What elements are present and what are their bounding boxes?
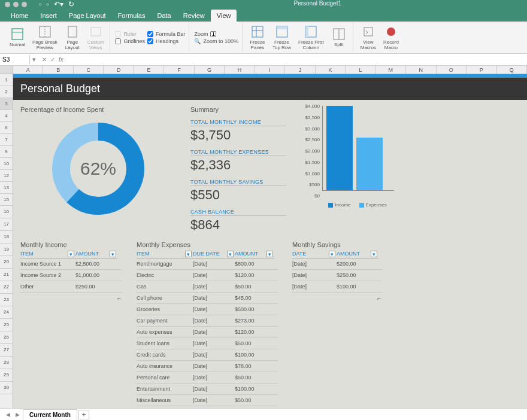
table-cell[interactable]: Other <box>20 281 75 292</box>
table-row[interactable]: Other$250.00 <box>20 281 122 293</box>
filter-dropdown-icon[interactable]: ▾ <box>227 251 234 257</box>
row-header[interactable]: 1 <box>0 74 13 86</box>
table-cell[interactable]: $120.00 <box>235 270 274 281</box>
row-header[interactable]: 17 <box>0 218 13 231</box>
table-row[interactable]: Gas[Date]$50.00 <box>137 281 278 293</box>
table-cell[interactable]: [Date] <box>193 304 235 315</box>
table-cell[interactable]: $50.00 <box>235 281 274 292</box>
table-cell[interactable]: $273.00 <box>235 315 274 326</box>
row-header[interactable]: 25 <box>0 319 13 331</box>
next-sheet-icon[interactable]: ▶ <box>13 412 22 418</box>
row-header[interactable]: 18 <box>0 231 13 244</box>
zoom-input[interactable] <box>210 31 216 37</box>
row-header[interactable]: 6 <box>0 122 13 134</box>
ribbon-tab-insert[interactable]: Insert <box>34 10 63 22</box>
sheet-tab-current[interactable]: Current Month <box>23 409 77 420</box>
column-header[interactable]: M <box>376 66 406 74</box>
column-header[interactable]: Q <box>497 66 527 74</box>
row-header[interactable]: 29 <box>0 369 13 382</box>
table-cell[interactable]: Rent/mortgage <box>137 258 193 269</box>
maximize-window[interactable] <box>22 2 27 7</box>
table-cell[interactable]: Personal care <box>137 372 193 383</box>
ribbon-tab-data[interactable]: Data <box>151 10 177 22</box>
row-header[interactable]: 20 <box>0 256 13 269</box>
table-cell[interactable]: [Date] <box>193 372 235 383</box>
table-cell[interactable]: $800.00 <box>235 258 274 269</box>
table-cell[interactable]: [Date] <box>193 361 235 372</box>
table-row[interactable]: Car payment[Date]$273.00 <box>137 315 278 327</box>
table-cell[interactable]: Gas <box>137 281 193 292</box>
table-header[interactable]: ITEM▾ <box>137 249 193 258</box>
sheet-content[interactable]: Personal Budget Percentage of Income Spe… <box>13 74 527 412</box>
row-header[interactable]: 28 <box>0 357 13 369</box>
close-window[interactable] <box>5 2 10 7</box>
row-header[interactable]: 26 <box>0 331 13 344</box>
row-header[interactable]: 10 <box>0 158 13 170</box>
table-cell[interactable]: Student loans <box>137 338 193 349</box>
table-cell[interactable]: $100.00 <box>337 281 378 292</box>
table-cell[interactable]: $500.00 <box>235 304 274 315</box>
column-header[interactable]: B <box>43 66 73 74</box>
table-row[interactable]: Auto expenses[Date]$120.00 <box>137 327 278 338</box>
table-row[interactable]: [Date]$100.00 <box>292 281 382 293</box>
table-cell[interactable]: $100.00 <box>235 349 274 360</box>
row-header[interactable]: 12 <box>0 170 13 182</box>
table-row[interactable]: [Date]$250.00 <box>292 270 382 281</box>
table-cell[interactable]: $2,500.00 <box>75 258 117 269</box>
table-cell[interactable]: Cell phone <box>137 293 193 303</box>
save-as-icon[interactable]: ▫ <box>46 0 49 8</box>
filter-dropdown-icon[interactable]: ▾ <box>68 251 74 257</box>
table-cell[interactable]: $50.00 <box>235 372 274 383</box>
table-cell[interactable]: Income Source 2 <box>20 270 75 281</box>
table-cell[interactable]: Entertainment <box>137 384 193 394</box>
headings-checkbox[interactable]: Headings <box>147 38 186 44</box>
column-header[interactable]: H <box>225 66 255 74</box>
filter-dropdown-icon[interactable]: ▾ <box>329 251 335 257</box>
row-header[interactable]: 7 <box>0 134 13 146</box>
redo-icon[interactable]: ↻ <box>68 0 74 8</box>
formula-bar-checkbox[interactable]: Formula Bar <box>147 31 186 37</box>
table-cell[interactable]: [Date] <box>193 395 235 406</box>
table-row[interactable]: Cell phone[Date]$45.00 <box>137 293 278 304</box>
freeze-top-row-button[interactable]: Freeze Top Row <box>270 23 293 52</box>
minimize-window[interactable] <box>13 2 19 7</box>
filter-dropdown-icon[interactable]: ▾ <box>185 251 192 257</box>
table-cell[interactable]: [Date] <box>193 384 235 394</box>
row-header[interactable]: 27 <box>0 344 13 357</box>
table-cell[interactable]: Miscellaneous <box>137 395 193 406</box>
table-cell[interactable]: [Date] <box>193 258 235 269</box>
select-all-corner[interactable] <box>0 66 13 74</box>
view-macros-button[interactable]: View Macros <box>358 23 378 52</box>
table-row[interactable]: Miscellaneous[Date]$50.00 <box>137 395 278 406</box>
prev-sheet-icon[interactable]: ◀ <box>4 412 12 418</box>
column-header[interactable]: P <box>467 66 496 74</box>
save-icon[interactable]: ▫ <box>39 0 41 8</box>
table-header[interactable]: DATE▾ <box>292 249 337 258</box>
custom-views-button[interactable]: Custom Views <box>85 23 107 52</box>
table-row[interactable]: Entertainment[Date]$100.00 <box>137 384 278 395</box>
row-header[interactable]: 3 <box>0 98 13 110</box>
row-header[interactable]: 30 <box>0 382 13 394</box>
name-box[interactable]: S3 <box>0 55 30 64</box>
row-header[interactable]: 24 <box>0 306 13 319</box>
column-header[interactable]: D <box>104 66 134 74</box>
table-row[interactable]: Income Source 2$1,000.00 <box>20 270 122 281</box>
table-cell[interactable]: $250.00 <box>75 281 117 292</box>
freeze-panes-button[interactable]: Freeze Panes <box>247 23 268 52</box>
record-macro-button[interactable]: Record Macro <box>381 23 401 52</box>
column-header[interactable]: I <box>255 66 285 74</box>
cancel-formula-icon[interactable]: ✕ <box>42 56 47 63</box>
column-header[interactable]: L <box>346 66 375 74</box>
table-header[interactable]: ITEM▾ <box>20 249 75 258</box>
ribbon-tab-page-layout[interactable]: Page Layout <box>63 10 112 22</box>
page-layout-button[interactable]: Page Layout <box>62 23 83 52</box>
row-header[interactable]: 23 <box>0 294 13 306</box>
row-header[interactable]: 22 <box>0 281 13 294</box>
row-header[interactable]: 19 <box>0 244 13 256</box>
normal-view-button[interactable]: Normal <box>7 26 28 49</box>
fx-icon[interactable]: fx <box>59 56 63 63</box>
row-header[interactable]: 16 <box>0 206 13 218</box>
table-header[interactable]: AMOUNT▾ <box>75 249 117 258</box>
table-cell[interactable]: Car payment <box>137 315 193 326</box>
column-header[interactable]: J <box>285 66 315 74</box>
